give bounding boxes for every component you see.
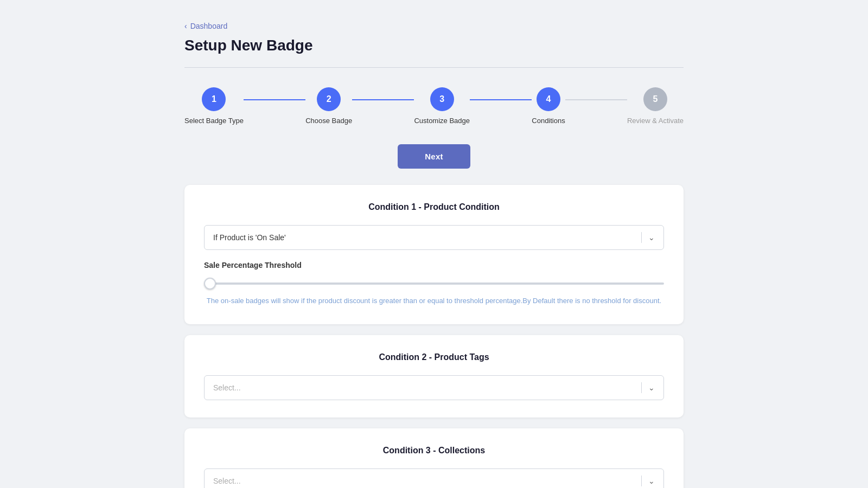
select-divider-2 [641,382,642,393]
title-divider [184,67,684,68]
slider-label: Sale Percentage Threshold [204,261,664,269]
condition-3-title: Condition 3 - Collections [204,446,664,455]
step-5-circle: 5 [643,87,667,111]
step-1-label: Select Badge Type [184,117,244,125]
breadcrumb-label: Dashboard [190,22,228,30]
step-4-circle: 4 [537,87,560,111]
step-4-label: Conditions [532,117,565,125]
condition-2-dropdown-placeholder: Select... [213,383,241,392]
select-right: ⌄ [641,232,655,243]
select-right-2: ⌄ [641,382,655,393]
condition-1-dropdown-wrapper: If Product is 'On Sale' ⌄ [204,225,664,250]
condition-1-card: Condition 1 - Product Condition If Produ… [184,185,684,324]
select-divider-3 [641,476,642,486]
step-1: 1 Select Badge Type [184,87,244,125]
condition-2-title: Condition 2 - Product Tags [204,352,664,362]
step-4: 4 Conditions [532,87,565,125]
dropdown-chevron-icon-2: ⌄ [648,383,655,392]
step-2: 2 Choose Badge [305,87,352,125]
page-title: Setup New Badge [184,37,684,54]
step-5: 5 Review & Activate [627,87,684,125]
select-divider [641,232,642,243]
condition-3-dropdown-placeholder: Select... [213,477,241,485]
connector-2-3 [352,99,414,100]
sale-threshold-slider[interactable] [204,282,664,285]
step-1-circle: 1 [202,87,226,111]
step-3-label: Customize Badge [414,117,470,125]
condition-2-dropdown[interactable]: Select... ⌄ [204,375,664,400]
step-2-circle: 2 [317,87,341,111]
dropdown-chevron-icon: ⌄ [648,233,655,242]
connector-4-5 [565,99,627,100]
select-right-3: ⌄ [641,476,655,486]
condition-1-dropdown-value: If Product is 'On Sale' [213,233,286,242]
condition-2-dropdown-wrapper: Select... ⌄ [204,375,664,400]
connector-3-4 [470,99,532,100]
condition-3-dropdown[interactable]: Select... ⌄ [204,468,664,488]
dropdown-chevron-icon-3: ⌄ [648,477,655,485]
connector-1-2 [244,99,305,100]
condition-3-dropdown-wrapper: Select... ⌄ [204,468,664,488]
condition-1-dropdown[interactable]: If Product is 'On Sale' ⌄ [204,225,664,250]
condition-1-title: Condition 1 - Product Condition [204,202,664,212]
next-button[interactable]: Next [398,144,470,169]
condition-2-card: Condition 2 - Product Tags Select... ⌄ [184,335,684,418]
condition-3-card: Condition 3 - Collections Select... ⌄ [184,428,684,488]
step-3-circle: 3 [430,87,454,111]
next-button-container: Next [184,144,684,169]
step-5-label: Review & Activate [627,117,684,125]
slider-container: Sale Percentage Threshold [204,261,664,287]
slider-info-text: The on-sale badges will show if the prod… [204,296,664,307]
stepper: 1 Select Badge Type 2 Choose Badge 3 Cus… [184,87,684,125]
page-container: ‹ Dashboard Setup New Badge 1 Select Bad… [174,0,694,488]
step-2-label: Choose Badge [305,117,352,125]
step-3: 3 Customize Badge [414,87,470,125]
breadcrumb[interactable]: ‹ Dashboard [184,22,684,30]
back-arrow-icon: ‹ [184,22,187,30]
